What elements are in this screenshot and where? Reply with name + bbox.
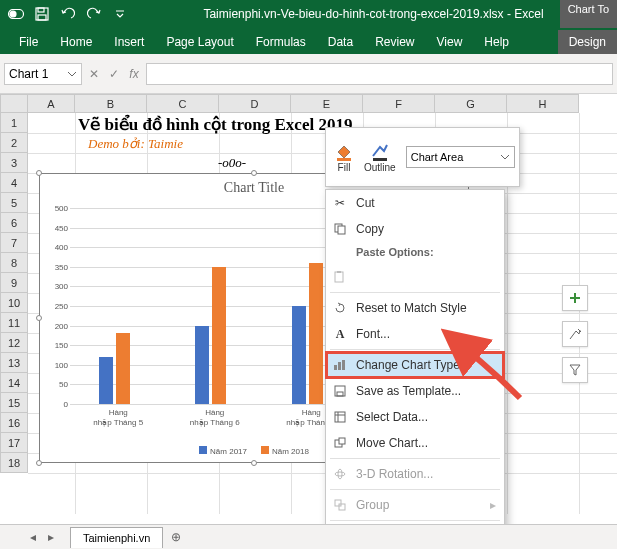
qat-dropdown-icon[interactable] [110,4,130,24]
menu-select-data[interactable]: Select Data... [326,404,504,430]
svg-point-21 [335,472,345,476]
tab-file[interactable]: File [8,30,49,54]
font-icon: A [332,326,348,342]
row-header[interactable]: 14 [0,373,28,393]
menu-move-chart[interactable]: Move Chart... [326,430,504,456]
menu-save-template[interactable]: Save as Template... [326,378,504,404]
row-header[interactable]: 5 [0,193,28,213]
chart-bar[interactable] [195,326,209,404]
column-header[interactable]: H [507,94,579,113]
row-header[interactable]: 8 [0,253,28,273]
row-header[interactable]: 3 [0,153,28,173]
svg-rect-4 [38,15,46,20]
row-header[interactable]: 7 [0,233,28,253]
column-header[interactable]: C [147,94,219,113]
chart-elements-button[interactable] [562,285,588,311]
svg-rect-3 [38,8,44,12]
row-header[interactable]: 10 [0,293,28,313]
svg-point-22 [338,469,342,479]
chart-bar[interactable] [292,306,306,404]
tab-formulas[interactable]: Formulas [245,30,317,54]
select-all-corner[interactable] [0,94,28,113]
sheet-area[interactable]: Vẽ biểu đồ hình cột trong Excel 2019 Dem… [28,113,617,514]
row-header[interactable]: 9 [0,273,28,293]
tab-help[interactable]: Help [473,30,520,54]
spreadsheet-grid: ABCDEFGH 123456789101112131415161718 Vẽ … [0,94,617,514]
name-box[interactable]: Chart 1 [4,63,82,85]
svg-rect-9 [335,272,343,282]
cell-separator: -o0o- [218,155,246,171]
redo-icon[interactable] [84,4,104,24]
tab-data[interactable]: Data [317,30,364,54]
cut-icon: ✂ [332,195,348,211]
column-header[interactable]: A [28,94,75,113]
select-data-icon [332,409,348,425]
row-header[interactable]: 11 [0,313,28,333]
tab-review[interactable]: Review [364,30,425,54]
row-header[interactable]: 12 [0,333,28,353]
row-header[interactable]: 2 [0,133,28,153]
formula-input[interactable] [146,63,613,85]
row-header[interactable]: 4 [0,173,28,193]
cancel-icon[interactable]: ✕ [86,67,102,81]
tab-home[interactable]: Home [49,30,103,54]
outline-button[interactable]: Outline [360,140,400,175]
row-header[interactable]: 16 [0,413,28,433]
column-header[interactable]: B [75,94,147,113]
menu-cut[interactable]: ✂Cut [326,190,504,216]
menu-copy[interactable]: Copy [326,216,504,242]
context-menu: ✂Cut Copy Paste Options: Reset to Match … [325,189,505,549]
group-icon [332,497,348,513]
name-box-value: Chart 1 [9,67,48,81]
menu-font[interactable]: AFont... [326,321,504,347]
fx-icon[interactable]: fx [126,67,142,81]
autosave-toggle[interactable] [6,4,26,24]
row-header[interactable]: 6 [0,213,28,233]
copy-icon [332,221,348,237]
svg-rect-11 [334,365,337,370]
sheet-nav-prev[interactable]: ◂ [24,530,42,544]
chart-element-selector[interactable]: Chart Area [406,146,515,168]
new-sheet-button[interactable]: ⊕ [163,526,189,548]
cell-demo: Demo bởi: Taimie [88,136,183,152]
column-header[interactable]: F [363,94,435,113]
row-header[interactable]: 15 [0,393,28,413]
move-chart-icon [332,435,348,451]
column-header[interactable]: D [219,94,291,113]
chevron-down-icon [500,152,510,162]
tab-view[interactable]: View [426,30,474,54]
mini-toolbar: Fill Outline Chart Area [325,127,520,187]
save-icon[interactable] [32,4,52,24]
svg-rect-24 [339,504,345,510]
menu-reset-style[interactable]: Reset to Match Style [326,295,504,321]
enter-icon[interactable]: ✓ [106,67,122,81]
menu-change-chart-type[interactable]: Change Chart Type... [326,352,504,378]
chart-bar[interactable] [309,263,323,404]
chart-bar[interactable] [212,267,226,404]
svg-rect-12 [338,362,341,370]
undo-icon[interactable] [58,4,78,24]
chart-bar[interactable] [116,333,130,404]
tab-page-layout[interactable]: Page Layout [155,30,244,54]
row-header[interactable]: 18 [0,453,28,473]
row-header[interactable]: 13 [0,353,28,373]
rotation-icon [332,466,348,482]
chart-y-axis: 050100150200250300350400450500 [48,208,68,404]
svg-rect-10 [337,271,341,273]
legend-label-2: Năm 2018 [272,447,309,456]
chart-bar[interactable] [99,357,113,404]
column-header[interactable]: E [291,94,363,113]
chart-filter-button[interactable] [562,357,588,383]
row-header[interactable]: 17 [0,433,28,453]
chart-styles-button[interactable] [562,321,588,347]
column-header[interactable]: G [435,94,507,113]
row-header[interactable]: 1 [0,113,28,133]
sheet-tab-1[interactable]: Taimienphi.vn [70,527,163,548]
sheet-nav-next[interactable]: ▸ [42,530,60,544]
menu-paste [326,264,504,290]
chart-type-icon [332,357,348,373]
svg-rect-8 [338,226,345,234]
fill-button[interactable]: Fill [330,140,358,175]
tab-insert[interactable]: Insert [103,30,155,54]
tab-design[interactable]: Design [558,30,617,54]
